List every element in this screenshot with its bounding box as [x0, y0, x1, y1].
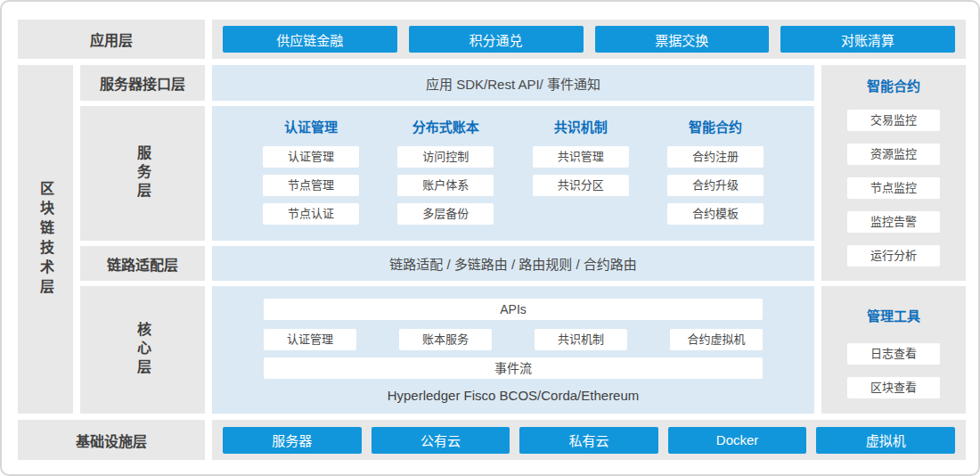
core-layer-label-text: 核心层 — [132, 322, 153, 378]
service-column-auth: 认证管理 认证管理 节点管理 节点认证 — [263, 118, 359, 241]
panel-item: 资源监控 — [847, 144, 940, 165]
panel-item: 运行分析 — [847, 245, 940, 267]
app-node-reconciliation: 对账清算 — [780, 26, 955, 53]
infra-node-server: 服务器 — [223, 427, 362, 454]
service-item: 合约模板 — [667, 203, 764, 225]
service-item: 账户体系 — [397, 175, 494, 196]
infra-node-docker: Docker — [668, 427, 807, 454]
core-layer-label: 核心层 — [80, 286, 205, 414]
interface-layer-label: 服务器接口层 — [80, 65, 205, 101]
link-layer-label: 链路适配层 — [80, 246, 205, 281]
service-column-header: 分布式账本 — [412, 118, 479, 137]
link-layer-bar: 链路适配 / 多链路由 / 路由规则 / 合约路由 — [212, 246, 814, 281]
architecture-diagram: 应用层 供应链金融 积分通兑 票据交换 对账清算 区块链技术层 服务器接口层 服… — [0, 0, 980, 476]
infrastructure-layer-label: 基础设施层 — [18, 420, 205, 460]
monitor-panel-header: 智能合约 — [867, 78, 920, 95]
core-module: 账本服务 — [399, 329, 492, 350]
app-node-supply-chain-finance: 供应链金融 — [223, 26, 397, 53]
service-column-header: 共识机制 — [554, 118, 608, 137]
tools-panel: 管理工具 日志查看 区块查看 — [821, 286, 966, 414]
core-module: 共识机制 — [535, 329, 627, 350]
infra-node-vm: 虚拟机 — [816, 427, 955, 454]
core-layer-panel: APIs 认证管理 账本服务 共识机制 合约虚拟机 事件流 Hyperledge… — [212, 286, 814, 414]
core-module: 合约虚拟机 — [670, 329, 763, 350]
platforms-text: Hyperledger Fisco BCOS/Corda/Ethereum — [264, 388, 763, 403]
apis-bar: APIs — [264, 299, 763, 320]
core-module: 认证管理 — [264, 329, 356, 350]
event-stream-bar: 事件流 — [264, 357, 763, 379]
service-item: 多层备份 — [397, 203, 494, 225]
blockchain-layer-label-text: 区块链技术层 — [35, 181, 56, 299]
service-item: 认证管理 — [263, 146, 359, 168]
service-item: 合约注册 — [667, 146, 764, 168]
service-item: 合约升级 — [667, 175, 764, 196]
service-item: 节点认证 — [263, 203, 359, 225]
service-column-header: 认证管理 — [284, 118, 338, 137]
service-layer-panel: 认证管理 认证管理 节点管理 节点认证 分布式账本 访问控制 账户体系 多层备份… — [212, 106, 814, 241]
service-column-ledger: 分布式账本 访问控制 账户体系 多层备份 — [397, 118, 494, 241]
monitor-panel: 智能合约 交易监控 资源监控 节点监控 监控告警 运行分析 — [821, 65, 966, 281]
panel-item: 区块查看 — [847, 377, 940, 398]
app-node-bill-exchange: 票据交换 — [595, 26, 770, 53]
infra-node-private-cloud: 私有云 — [519, 427, 658, 454]
service-item: 共识管理 — [533, 146, 629, 168]
core-modules-row: 认证管理 账本服务 共识机制 合约虚拟机 — [264, 329, 763, 350]
panel-item: 监控告警 — [847, 211, 940, 233]
service-item: 节点管理 — [263, 175, 359, 196]
service-column-consensus: 共识机制 共识管理 共识分区 — [533, 118, 629, 241]
service-column-contract: 智能合约 合约注册 合约升级 合约模板 — [667, 118, 764, 241]
service-layer-label-text: 服务层 — [132, 145, 153, 201]
blockchain-layer-label: 区块链技术层 — [18, 65, 73, 414]
infrastructure-layer-strip: 服务器 公有云 私有云 Docker 虚拟机 — [212, 420, 966, 460]
application-layer-label: 应用层 — [18, 20, 205, 59]
service-item: 共识分区 — [533, 175, 629, 196]
service-item: 访问控制 — [397, 146, 494, 168]
service-column-header: 智能合约 — [689, 118, 742, 137]
service-layer-label: 服务层 — [80, 106, 205, 241]
app-node-points-exchange: 积分通兑 — [409, 26, 584, 53]
tools-panel-header: 管理工具 — [867, 308, 920, 325]
application-layer-strip: 供应链金融 积分通兑 票据交换 对账清算 — [212, 20, 966, 59]
interface-layer-bar: 应用 SDK/Rest API/ 事件通知 — [212, 65, 814, 101]
panel-item: 日志查看 — [847, 343, 940, 365]
panel-item: 节点监控 — [847, 177, 940, 199]
infra-node-public-cloud: 公有云 — [372, 427, 510, 454]
panel-item: 交易监控 — [847, 110, 940, 131]
